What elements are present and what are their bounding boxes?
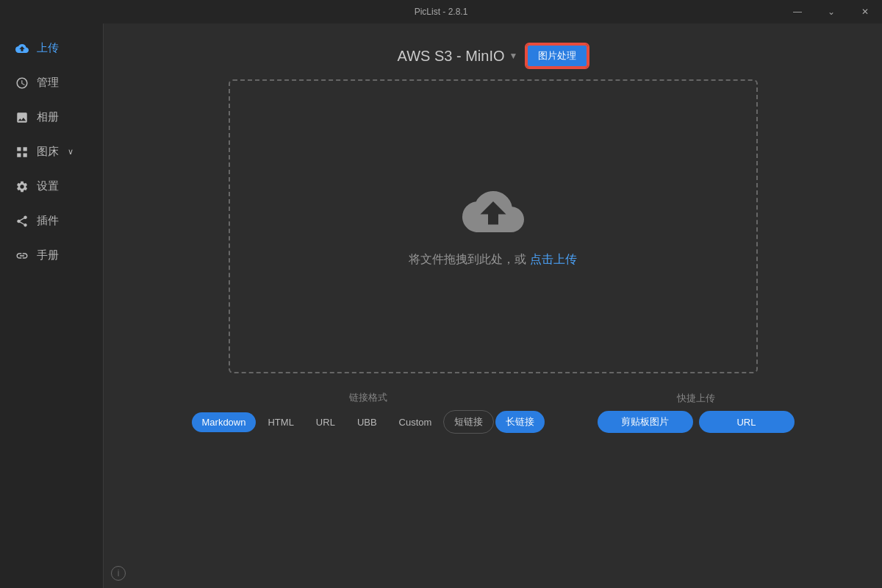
upload-text-before: 将文件拖拽到此处，或 (409, 253, 529, 265)
top-bar: AWS S3 - MinIO ▼ 图片处理 (398, 44, 589, 68)
manual-icon (15, 249, 29, 262)
settings-icon (15, 180, 29, 193)
picbed-icon (15, 146, 29, 159)
window-controls: — ⌄ ✕ (781, 0, 882, 24)
format-btn-html[interactable]: HTML (257, 412, 304, 432)
format-btn-markdown[interactable]: Markdown (192, 412, 257, 432)
upload-dropzone[interactable]: 将文件拖拽到此处，或 点击上传 (229, 79, 758, 373)
upload-icon (15, 42, 29, 55)
sidebar-item-manage[interactable]: 管理 (0, 65, 103, 100)
sidebar-item-upload-label: 上传 (37, 41, 59, 55)
clipboard-upload-button[interactable]: 剪贴板图片 (598, 411, 693, 433)
format-btn-custom[interactable]: Custom (389, 412, 442, 432)
sidebar-item-settings[interactable]: 设置 (0, 169, 103, 204)
app-title: PicList - 2.8.1 (415, 7, 468, 17)
format-btn-url[interactable]: URL (306, 412, 345, 432)
main-content: AWS S3 - MinIO ▼ 图片处理 将文件拖拽到此处，或 点击上传 链接… (104, 24, 882, 588)
quick-upload-label: 快捷上传 (677, 392, 715, 405)
picbed-chevron-icon: ∨ (68, 147, 74, 157)
titlebar: PicList - 2.8.1 — ⌄ ✕ (0, 0, 882, 24)
sidebar-item-upload[interactable]: 上传 (0, 31, 103, 65)
link-format-section: 链接格式 Markdown HTML URL UBB Custom 短链接 长链… (192, 391, 545, 434)
bucket-selector[interactable]: AWS S3 - MinIO ▼ (398, 48, 518, 65)
format-buttons: Markdown HTML URL UBB Custom 短链接 长链接 (192, 410, 545, 434)
sidebar-item-album-label: 相册 (37, 110, 59, 124)
restore-button[interactable]: ⌄ (814, 0, 848, 24)
format-btn-short[interactable]: 短链接 (443, 410, 494, 434)
plugins-icon (15, 215, 29, 228)
quick-upload-buttons: 剪贴板图片 URL (598, 411, 795, 433)
upload-prompt-text: 将文件拖拽到此处，或 点击上传 (409, 252, 576, 268)
sidebar-item-album[interactable]: 相册 (0, 100, 103, 135)
sidebar-item-manual[interactable]: 手册 (0, 238, 103, 273)
sidebar: 上传 管理 相册 图床 ∨ (0, 24, 103, 588)
album-icon (15, 111, 29, 124)
sidebar-item-picbed[interactable]: 图床 ∨ (0, 135, 103, 169)
bucket-selector-label: AWS S3 - MinIO (398, 48, 505, 65)
close-button[interactable]: ✕ (848, 0, 882, 24)
cloud-upload-icon (460, 186, 526, 237)
manage-icon (15, 76, 29, 90)
link-format-label: 链接格式 (349, 391, 387, 404)
app-layout: 上传 管理 相册 图床 ∨ (0, 24, 882, 588)
sidebar-item-plugins-label: 插件 (37, 214, 59, 228)
upload-click-link[interactable]: 点击上传 (530, 253, 577, 265)
url-upload-button[interactable]: URL (699, 411, 795, 433)
quick-upload-section: 快捷上传 剪贴板图片 URL (598, 392, 795, 433)
img-process-button[interactable]: 图片处理 (526, 44, 588, 68)
format-btn-long[interactable]: 长链接 (495, 411, 545, 433)
sidebar-item-plugins[interactable]: 插件 (0, 204, 103, 238)
bottom-section: 链接格式 Markdown HTML URL UBB Custom 短链接 长链… (192, 391, 795, 434)
sidebar-item-manage-label: 管理 (37, 76, 59, 90)
format-btn-ubb[interactable]: UBB (347, 412, 387, 432)
dropdown-arrow-icon: ▼ (509, 51, 518, 61)
minimize-button[interactable]: — (781, 0, 814, 24)
sidebar-item-manual-label: 手册 (37, 248, 59, 262)
info-icon[interactable]: i (111, 566, 126, 581)
sidebar-item-settings-label: 设置 (37, 179, 59, 193)
sidebar-item-picbed-label: 图床 (37, 145, 59, 159)
